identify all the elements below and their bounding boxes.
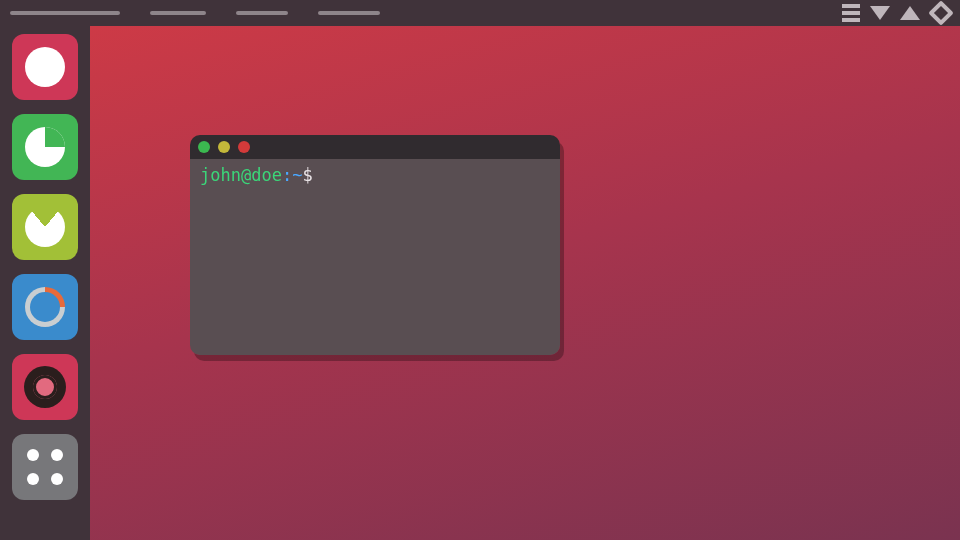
launcher-app-4[interactable] bbox=[12, 274, 78, 340]
prompt-path: :~ bbox=[282, 165, 302, 185]
launcher-files[interactable] bbox=[12, 114, 78, 180]
ring-icon bbox=[24, 366, 66, 408]
terminal-titlebar[interactable] bbox=[190, 135, 560, 159]
piechart-icon bbox=[25, 287, 65, 327]
menu-icon[interactable] bbox=[842, 4, 860, 22]
launcher-apps-grid[interactable] bbox=[12, 434, 78, 500]
top-menu-bar bbox=[0, 0, 960, 26]
terminal-window[interactable]: john@doe:~$ bbox=[190, 135, 560, 355]
prompt-symbol: $ bbox=[302, 165, 312, 185]
prompt-userhost: john@doe bbox=[200, 165, 282, 185]
menu-item-1[interactable] bbox=[10, 11, 120, 15]
grid-icon bbox=[25, 447, 65, 487]
menu-item-2[interactable] bbox=[150, 11, 206, 15]
launcher-dash[interactable] bbox=[12, 34, 78, 100]
window-minimize-button[interactable] bbox=[218, 141, 230, 153]
menu-item-3[interactable] bbox=[236, 11, 288, 15]
system-indicators bbox=[842, 4, 960, 22]
pie-icon bbox=[25, 127, 65, 167]
circle-icon bbox=[25, 47, 65, 87]
top-menu-items bbox=[0, 11, 380, 15]
triangle-down-icon[interactable] bbox=[870, 6, 890, 20]
window-maximize-button[interactable] bbox=[238, 141, 250, 153]
triangle-up-icon[interactable] bbox=[900, 6, 920, 20]
launcher-app-5[interactable] bbox=[12, 354, 78, 420]
menu-item-4[interactable] bbox=[318, 11, 380, 15]
window-close-button[interactable] bbox=[198, 141, 210, 153]
launcher-dock bbox=[0, 26, 90, 540]
launcher-app-3[interactable] bbox=[12, 194, 78, 260]
hexagon-icon[interactable] bbox=[928, 0, 953, 25]
terminal-body[interactable]: john@doe:~$ bbox=[190, 159, 560, 355]
pacman-icon bbox=[25, 207, 65, 247]
